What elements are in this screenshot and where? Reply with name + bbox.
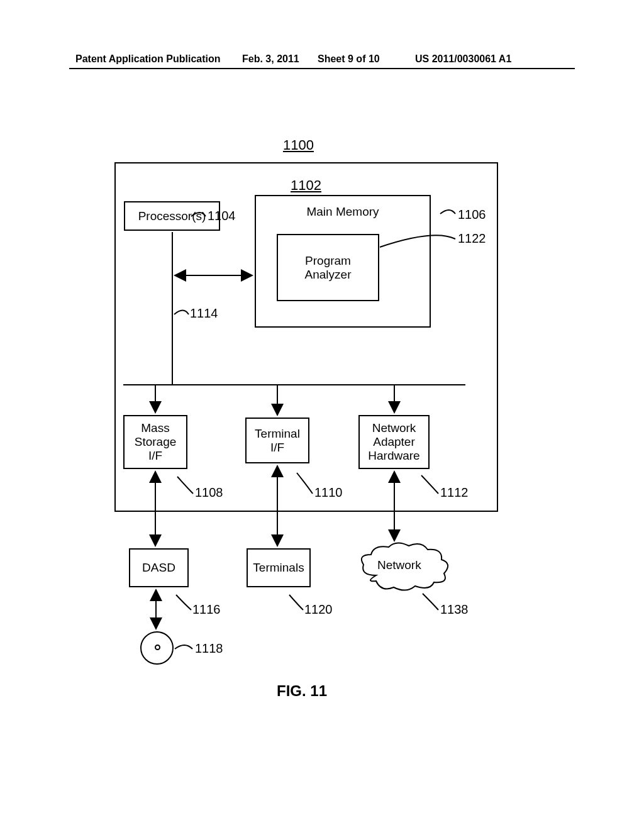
ref-1116: 1116 <box>192 602 221 617</box>
header-rule <box>69 68 575 69</box>
terminals-label: Terminals <box>253 561 304 575</box>
network-adapter-label: Network Adapter Hardware <box>368 421 419 463</box>
dasd-label: DASD <box>142 561 175 575</box>
dasd-box: DASD <box>129 548 189 587</box>
network-adapter-box: Network Adapter Hardware <box>358 415 430 469</box>
figure-caption: FIG. 11 <box>277 682 327 700</box>
analyzer-label: Program Analyzer <box>305 254 352 282</box>
publication-number: US 2011/0030061 A1 <box>415 53 511 65</box>
publication-date: Feb. 3, 2011 <box>242 53 299 65</box>
ref-1120: 1120 <box>304 602 333 617</box>
ref-1110: 1110 <box>314 485 343 500</box>
terminal-if-label: Terminal I/F <box>255 427 300 455</box>
terminals-box: Terminals <box>247 548 311 587</box>
memory-label: Main Memory <box>306 205 379 219</box>
ref-1122: 1122 <box>458 231 486 246</box>
publication-type: Patent Application Publication <box>75 53 221 65</box>
ref-cpu: 1102 <box>291 177 321 194</box>
mass-storage-if-box: Mass Storage I/F <box>123 415 187 469</box>
ref-1114: 1114 <box>190 306 218 321</box>
ref-1112: 1112 <box>440 485 469 500</box>
ref-1104: 1104 <box>208 209 236 223</box>
analyzer-box: Program Analyzer <box>277 234 379 301</box>
disc-hole-icon <box>155 645 160 650</box>
ref-1108: 1108 <box>195 485 223 500</box>
ref-1138: 1138 <box>440 602 469 617</box>
processor-label: Processor(s) <box>138 209 206 223</box>
sheet-number: Sheet 9 of 10 <box>318 53 380 65</box>
processor-box: Processor(s) <box>124 201 220 231</box>
ref-1106: 1106 <box>458 208 486 222</box>
terminal-if-box: Terminal I/F <box>245 418 309 463</box>
network-label: Network <box>377 558 421 572</box>
ref-1118: 1118 <box>195 641 223 656</box>
mass-storage-if-label: Mass Storage I/F <box>135 421 177 463</box>
ref-system: 1100 <box>283 137 314 153</box>
